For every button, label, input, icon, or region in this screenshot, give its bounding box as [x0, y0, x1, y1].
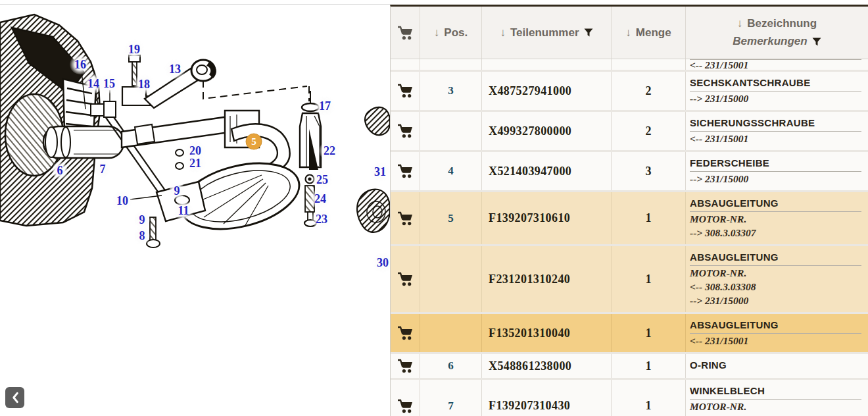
- header-menge[interactable]: ↓ Menge: [612, 7, 686, 59]
- header-cart-column[interactable]: [391, 7, 420, 59]
- table-row[interactable]: F231201310240 1 ABSAUGLEITUNG MOTOR-NR.<…: [391, 246, 868, 312]
- add-to-cart-button[interactable]: [397, 124, 414, 138]
- part-callout[interactable]: 25: [312, 170, 333, 190]
- part-remarks: --> 231/15000: [690, 172, 861, 186]
- row-quantity-cell: [612, 59, 686, 70]
- row-pos-cell: [420, 314, 482, 352]
- selected-part-badge[interactable]: 5: [246, 134, 262, 150]
- part-callout[interactable]: 15: [99, 74, 120, 93]
- row-cart-cell: [391, 192, 420, 244]
- row-partnumber-cell: X521403947000: [482, 152, 612, 190]
- add-to-cart-button[interactable]: [397, 164, 414, 178]
- sort-arrow-icon[interactable]: ↓: [737, 17, 743, 30]
- part-callout[interactable]: 6: [53, 161, 68, 180]
- part-callout[interactable]: 21: [185, 153, 206, 173]
- callout-number: 17: [319, 99, 331, 113]
- add-to-cart-button[interactable]: [397, 359, 414, 373]
- callout-number: 8: [139, 229, 145, 242]
- engine-block: [0, 14, 100, 226]
- row-pos-cell: [420, 246, 482, 312]
- parts-table-pane: ↓ Pos. ↓ Teilenummer ↓ Menge ↓ Bezeichnu…: [390, 5, 868, 416]
- quantity: 1: [646, 326, 652, 340]
- callout-number: 15: [103, 77, 115, 90]
- sort-arrow-icon[interactable]: ↓: [434, 26, 440, 39]
- filter-funnel-icon[interactable]: [584, 28, 593, 37]
- part-number: F231201310240: [489, 273, 570, 286]
- add-to-cart-button[interactable]: [397, 326, 414, 340]
- row-quantity-cell: 1: [612, 192, 686, 244]
- callout-number: 30: [377, 256, 389, 269]
- add-to-cart-button[interactable]: [397, 399, 414, 413]
- part-name: ABSAUGLEITUNG: [690, 197, 861, 212]
- part-callout[interactable]: 9: [170, 181, 185, 201]
- part-callout[interactable]: 30: [372, 253, 390, 273]
- part-callout[interactable]: 17: [314, 96, 335, 116]
- part-callout[interactable]: 8: [135, 226, 150, 246]
- part-callout[interactable]: 24: [310, 189, 331, 209]
- chevron-left-icon: [11, 392, 19, 403]
- row-cart-cell: [391, 354, 420, 378]
- add-to-cart-button[interactable]: [397, 84, 414, 98]
- header-teilenummer[interactable]: ↓ Teilenummer: [482, 7, 612, 59]
- part-callout[interactable]: 10: [112, 191, 133, 211]
- row-partnumber-cell: X548861238000: [482, 354, 612, 378]
- quantity: 2: [646, 84, 652, 98]
- part-callout[interactable]: 11: [173, 201, 193, 221]
- remark-line: --> 308.3.03307: [690, 413, 861, 416]
- table-row[interactable]: 7 F139207310430 1 WINKELBLECH MOTOR-NR.-…: [391, 380, 868, 416]
- part-callout[interactable]: 7: [95, 159, 110, 179]
- sort-arrow-icon[interactable]: ↓: [625, 26, 631, 39]
- table-row[interactable]: F135201310040 1 ABSAUGLEITUNG <-- 231/15…: [391, 314, 868, 352]
- collapse-panel-button[interactable]: [5, 387, 24, 408]
- table-row[interactable]: <-- 231/15001: [391, 59, 868, 70]
- row-description-cell: <-- 231/15001: [686, 59, 868, 70]
- row-partnumber-cell: [482, 59, 612, 70]
- part-number: X548861238000: [489, 359, 571, 373]
- cart-icon: [397, 326, 414, 340]
- parts-catalog-app: 16 19 13 14 15 18 17 22 20 21 6 7 31 9 2…: [0, 0, 868, 416]
- add-to-cart-button[interactable]: [397, 211, 414, 226]
- part-callout[interactable]: 23: [311, 209, 332, 229]
- table-row[interactable]: 3 X487527941000 2 SECHSKANTSCHRAUBE --> …: [391, 72, 868, 110]
- part-remarks: MOTOR-NR.--> 308.3.03307: [690, 400, 861, 416]
- remark-line: MOTOR-NR.: [690, 212, 861, 226]
- callout-number: 7: [100, 163, 106, 176]
- callout-number: 31: [374, 165, 386, 178]
- part-callout[interactable]: 22: [319, 141, 340, 161]
- row-quantity-cell: 3: [612, 152, 686, 190]
- header-pos-label: Pos.: [444, 26, 468, 39]
- row-partnumber-cell: F231201310240: [482, 246, 612, 312]
- remark-line: <-- 231/15001: [690, 334, 861, 348]
- part-callout[interactable]: 18: [133, 74, 155, 94]
- dashed-leader-line: [203, 80, 309, 101]
- part-callout[interactable]: 31: [370, 162, 390, 182]
- cart-icon: [397, 211, 414, 226]
- callout-number: 6: [57, 164, 63, 177]
- part-callout[interactable]: 13: [164, 59, 185, 79]
- table-row[interactable]: 5 F139207310610 1 ABSAUGLEITUNG MOTOR-NR…: [391, 192, 868, 244]
- table-row[interactable]: X499327800000 2 SICHERUNGSSCHRAUBE <-- 2…: [391, 112, 868, 150]
- part-number: X521403947000: [489, 165, 571, 178]
- row-cart-cell: [391, 380, 420, 416]
- callout-number: 9: [174, 184, 180, 197]
- table-row[interactable]: 4 X521403947000 3 FEDERSCHEIBE --> 231/1…: [391, 152, 868, 190]
- header-bezeichnung[interactable]: ↓ Bezeichnung Bemerkungen: [686, 7, 868, 59]
- part-callout[interactable]: 16: [70, 55, 91, 74]
- callout-number: 23: [316, 213, 327, 226]
- header-pos[interactable]: ↓ Pos.: [420, 7, 482, 59]
- part-remarks: MOTOR-NR.<-- 308.3.03308--> 231/15000: [690, 266, 861, 307]
- filter-funnel-icon[interactable]: [812, 38, 821, 46]
- part-remarks: --> 231/15000: [690, 91, 861, 105]
- remark-line: <-- 308.3.03308: [690, 280, 861, 294]
- cart-icon: [397, 399, 414, 413]
- table-header-row: ↓ Pos. ↓ Teilenummer ↓ Menge ↓ Bezeichnu…: [391, 7, 868, 59]
- cart-icon: [397, 124, 414, 138]
- add-to-cart-button[interactable]: [397, 272, 414, 286]
- part-callout[interactable]: 19: [124, 39, 145, 59]
- row-partnumber-cell: X487527941000: [482, 72, 612, 110]
- sort-arrow-icon[interactable]: ↓: [500, 26, 506, 39]
- row-cart-cell: [391, 246, 420, 312]
- pos-number: 5: [448, 212, 454, 225]
- table-row[interactable]: 6 X548861238000 1 O-RING: [391, 354, 868, 378]
- row-pos-cell: 3: [420, 72, 482, 110]
